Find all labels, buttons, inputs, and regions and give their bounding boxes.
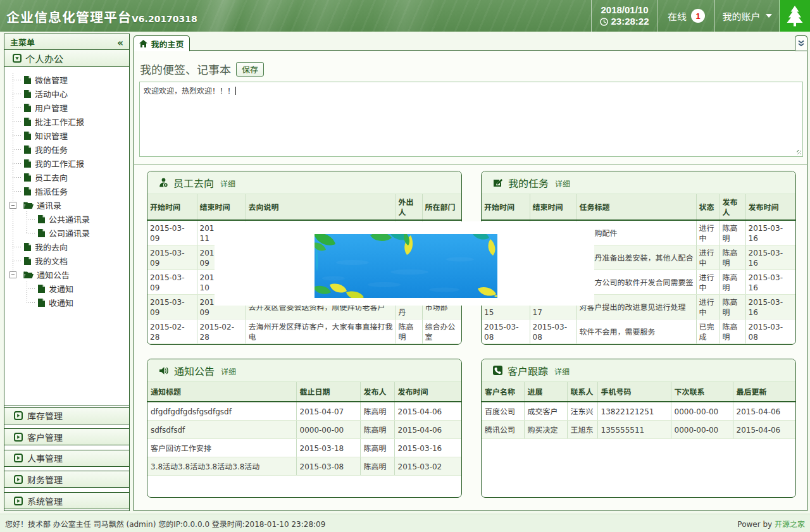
table-row[interactable]: sdfsdfsdf 0000-00-00 陈高明 2015-04-06: [147, 421, 461, 439]
cell-last-update: 2015-04-06: [733, 402, 795, 421]
column-header[interactable]: 发布人: [360, 382, 394, 402]
column-header[interactable]: 截止日期: [296, 382, 360, 402]
sidebar-tree-item[interactable]: 我的去向: [4, 240, 129, 254]
sidebar-tree-item[interactable]: 活动中心: [4, 87, 129, 101]
sidebar-tree-item[interactable]: 员工去向: [4, 170, 129, 184]
column-header[interactable]: 去向说明: [246, 194, 396, 220]
table-row[interactable]: 2015-03-08 2015-03-08 软件不会用，需要服务 已完成 陈高明…: [482, 319, 795, 344]
notepad-heading: 我的便签、记事本: [140, 61, 231, 77]
column-header[interactable]: 开始时间: [147, 194, 197, 220]
panel-tasks-title: 我的任务: [508, 175, 549, 190]
cell-next-contact: 0000-00-00: [671, 421, 733, 439]
tree-item-label: 通知公告: [37, 269, 70, 281]
column-header[interactable]: 任务标题: [576, 194, 696, 220]
sidebar-section-collapsed[interactable]: 库存管理: [4, 407, 129, 424]
online-indicator[interactable]: 在线 1: [658, 0, 714, 32]
sidebar-section-collapsed[interactable]: 人事管理: [4, 450, 129, 467]
sidebar: 主菜单 « 个人办公 微信管理 活动中心: [4, 34, 130, 511]
double-chevron-down-icon: [797, 40, 805, 47]
column-header[interactable]: 结束时间: [197, 194, 246, 220]
table-row[interactable]: 客户回访工作安排 2015-03-18 陈高明 2015-03-16: [147, 439, 461, 457]
table-row[interactable]: dfgdfgdfgdsfgsdfgsdf 2015-04-07 陈高明 2015…: [147, 402, 461, 421]
sidebar-tree-item[interactable]: 指派任务: [4, 184, 129, 198]
column-header[interactable]: 手机号码: [597, 382, 671, 402]
save-button[interactable]: 保存: [236, 62, 264, 77]
cell-publish-time: 2015-03-16: [745, 270, 795, 295]
section-collapsed-icon: [14, 411, 23, 420]
header-date: 2018/01/10: [601, 4, 648, 16]
column-header[interactable]: 最后更新: [733, 382, 795, 402]
sidebar-tree-item[interactable]: 公共通讯录: [4, 212, 129, 226]
column-header[interactable]: 联系人: [567, 382, 597, 402]
column-header[interactable]: 发布时间: [745, 194, 795, 220]
column-header[interactable]: 发布时间: [394, 382, 461, 402]
panel-notices-detail-link[interactable]: 详细: [221, 366, 236, 376]
tree-expander-icon[interactable]: [9, 271, 16, 278]
sidebar-tree-item[interactable]: 通知公告: [4, 268, 129, 281]
panel-whereabouts-detail-link[interactable]: 详细: [220, 178, 235, 189]
column-header[interactable]: 状态: [696, 194, 720, 220]
tree-item-label: 我的文档: [35, 255, 68, 267]
sidebar-tree-item[interactable]: 我的任务: [4, 142, 129, 156]
sidebar-tree-item[interactable]: 我的文档: [4, 254, 129, 268]
sidebar-tree-item[interactable]: 我的工作汇报: [4, 156, 129, 170]
sidebar-tree-item[interactable]: 微信管理: [4, 73, 129, 87]
column-header[interactable]: 结束时间: [530, 194, 576, 220]
sidebar-tree-item[interactable]: 用户管理: [4, 101, 129, 114]
column-header[interactable]: 外出人: [396, 194, 422, 220]
sidebar-section-personal[interactable]: 个人办公: [4, 50, 129, 67]
column-header[interactable]: 所在部门: [422, 194, 461, 220]
clock-icon: [600, 18, 608, 26]
notepad-textarea[interactable]: 欢迎欢迎，热烈欢迎！！！: [139, 82, 803, 157]
sidebar-tree-item[interactable]: 通讯录: [4, 198, 129, 212]
sidebar-collapse-icon[interactable]: «: [117, 37, 123, 47]
powered-by-link[interactable]: 开源之家: [775, 518, 805, 529]
sidebar-section-collapsed[interactable]: 客户管理: [4, 428, 129, 445]
cell-publish-time: 2015-04-06: [394, 402, 461, 421]
panel-customers: 客户跟踪 详细 客户名称 进展 联系人 手机号码 下次联系 最后更新: [481, 359, 796, 498]
table-row[interactable]: 3.8活动3.8活动3.8活动3.8活动 2015-03-08 陈高明 2015…: [147, 457, 461, 476]
status-text: 您好！技术部 办公室主任 司马飘然 (admin) 您的IP:0.0.0.0 登…: [5, 518, 325, 529]
table-row[interactable]: 2015-02-28 2015-02-28 去海州开发区拜访客户，大家有事直接打…: [147, 319, 461, 344]
tab-home[interactable]: 我的主页: [134, 35, 190, 51]
document-icon: [37, 284, 46, 294]
textarea-resize-grip[interactable]: [797, 150, 801, 154]
cell-end-time: 2015-02-28: [197, 319, 246, 344]
floating-ad-overlay[interactable]: [215, 221, 594, 306]
table-row[interactable]: 百度公司 成交客户 汪东兴 13822121251 0000-00-00 201…: [482, 402, 795, 421]
sidebar-tree-item[interactable]: 知识管理: [4, 128, 129, 142]
cell-publisher: 陈高明: [720, 295, 745, 319]
cell-deadline: 2015-03-18: [296, 439, 360, 457]
sidebar-tree-item[interactable]: 批注工作汇报: [4, 114, 129, 128]
account-menu[interactable]: 我的账户: [715, 0, 779, 32]
column-header[interactable]: 通知标题: [147, 382, 296, 402]
tree-expander-icon[interactable]: [9, 202, 16, 209]
column-header[interactable]: 发布人: [720, 194, 745, 220]
panel-customers-detail-link[interactable]: 详细: [554, 366, 570, 376]
sidebar-tree-item[interactable]: 收通知: [4, 295, 129, 309]
column-header[interactable]: 下次联系: [671, 382, 733, 402]
column-header[interactable]: 开始时间: [482, 194, 530, 220]
sidebar-section-label: 库存管理: [27, 409, 63, 422]
sidebar-tree-item[interactable]: 发通知: [4, 281, 129, 295]
status-bar: 您好！技术部 办公室主任 司马飘然 (admin) 您的IP:0.0.0.0 登…: [0, 514, 810, 532]
cell-deadline: 2015-03-08: [296, 457, 360, 476]
column-header[interactable]: 客户名称: [482, 382, 524, 402]
cell-task-title: 软件不会用，需要服务: [576, 319, 696, 344]
tab-overflow-button[interactable]: [795, 35, 807, 51]
sidebar-header: 主菜单 «: [4, 34, 129, 50]
header-datetime: 2018/01/10 23:28:22: [592, 0, 657, 32]
column-header[interactable]: 进展: [524, 382, 567, 402]
tree-item-label: 活动中心: [35, 88, 68, 100]
sidebar-tree-item[interactable]: 公司通讯录: [4, 226, 129, 240]
theme-button[interactable]: [780, 0, 810, 32]
cell-mobile: 135555511: [597, 421, 671, 439]
tree-item-label: 发通知: [49, 283, 73, 295]
table-row[interactable]: 腾讯公司 购买决定 王旭东 135555511 0000-00-00 2015-…: [482, 421, 795, 439]
sidebar-section-collapsed[interactable]: 财务管理: [4, 471, 129, 488]
app-header: 企业信息化管理平台V6.20170318 2018/01/10 23:28:22…: [0, 0, 810, 32]
sidebar-section-collapsed[interactable]: 系统管理: [4, 492, 129, 509]
panel-tasks-detail-link[interactable]: 详细: [555, 178, 570, 189]
panel-customers-header: 客户跟踪 详细: [482, 359, 795, 382]
cell-contact: 汪东兴: [567, 402, 597, 421]
